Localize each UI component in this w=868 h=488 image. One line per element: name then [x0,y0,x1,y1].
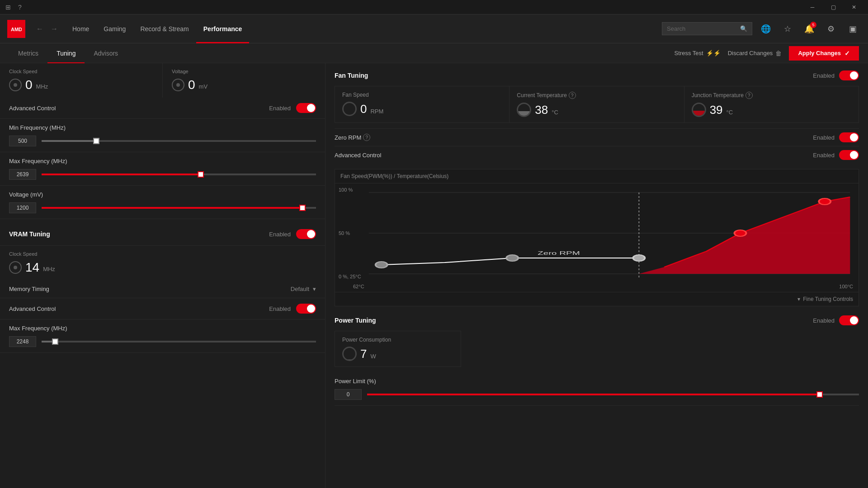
memory-timing-right[interactable]: Default ▾ [291,286,316,292]
nav-gaming[interactable]: Gaming [96,14,133,43]
notification-badge: 5 [810,22,816,28]
vram-status: Enabled [269,231,291,238]
fan-chart-svg: Zero RPM [335,183,859,292]
search-input[interactable] [667,25,737,32]
chart-area[interactable]: 100 % 50 % 0 %, 25°C [335,183,859,292]
power-limit-slider[interactable] [367,390,859,399]
gpu-voltage-display: 0 mV [172,78,316,92]
fan-speed-unit: RPM [370,108,383,116]
forward-button[interactable]: → [47,23,61,35]
power-unit: W [370,353,376,361]
vram-advanced-right: Enabled [269,304,316,314]
max-freq-value[interactable]: 2639 [9,169,36,180]
back-button[interactable]: ← [33,23,47,35]
advanced-control-label: Advanced Control [9,105,56,112]
power-value-row: 7 W [342,347,453,361]
settings-icon[interactable]: ⚙ [823,21,839,37]
advanced-control-status: Enabled [269,105,291,112]
stress-test-button[interactable]: Stress Test ⚡⚡ [675,50,721,56]
voltage-slider-row: 1200 [9,202,316,213]
current-temp-gauge [517,103,531,117]
min-freq-slider[interactable] [42,136,316,145]
notifications-icon[interactable]: 🔔 5 [801,21,817,37]
power-tuning-toggle[interactable] [839,315,859,325]
fan-speed-metric: Fan Speed 0 RPM [335,86,509,122]
vram-advanced-toggle[interactable] [296,304,316,314]
chart-y-bot: 0 %, 25°C [339,274,361,279]
fan-speed-value: 0 [360,102,367,116]
title-bar-system-icons: ⊞ ? [0,4,22,11]
vram-clock-dial [9,261,22,274]
profile-icon[interactable]: ▣ [844,21,861,37]
memory-timing-value: Default [291,286,309,292]
max-freq-section: Max Frequency (MHz) 2639 [0,152,325,186]
maximize-button[interactable]: ▢ [823,0,844,14]
zero-rpm-status: Enabled [813,134,835,141]
vram-advanced-status: Enabled [269,305,291,312]
sub-nav-tabs: Metrics Tuning Advisors [9,43,127,63]
voltage-slider-value[interactable]: 1200 [9,202,36,213]
system-icon-1: ⊞ [5,4,11,11]
apply-button[interactable]: Apply Changes ✓ [789,46,859,61]
voltage-slider-section: Voltage (mV) 1200 [0,186,325,219]
power-limit-value[interactable]: 0 [335,389,362,400]
current-temp-unit: °C [552,109,558,117]
vram-clock-display: 14 MHz [9,260,316,275]
fan-speed-label: Fan Speed [342,92,502,98]
fine-tuning-button[interactable]: ▾ Fine Tuning Controls [335,292,859,306]
header-right: 🔍 🌐 ☆ 🔔 5 ⚙ ▣ [662,21,861,37]
min-freq-value[interactable]: 500 [9,136,36,146]
fan-advanced-toggle[interactable] [839,150,859,160]
advanced-control-toggle[interactable] [296,103,316,113]
vram-max-freq-value[interactable]: 2248 [9,336,36,347]
nav-record[interactable]: Record & Stream [133,14,196,43]
nav-home[interactable]: Home [65,14,96,43]
current-temp-metric: Current Temperature ? 38 °C [509,86,684,122]
close-button[interactable]: ✕ [844,0,864,14]
title-bar: ⊞ ? ─ ▢ ✕ [0,0,868,14]
junction-temp-info-icon[interactable]: ? [745,92,753,99]
svg-text:Zero RPM: Zero RPM [538,250,580,256]
minimize-button[interactable]: ─ [802,0,823,14]
power-metrics: Power Consumption 7 W [335,331,461,367]
power-limit-label: Power Limit (%) [335,378,859,385]
vram-toggle[interactable] [296,229,316,239]
tab-tuning[interactable]: Tuning [47,43,85,63]
search-box[interactable]: 🔍 [662,22,752,35]
favorites-icon[interactable]: ☆ [779,21,796,37]
voltage-slider[interactable] [42,203,316,212]
power-tuning-header: Power Tuning Enabled [335,315,859,325]
zero-rpm-toggle[interactable] [839,132,859,142]
search-icon: 🔍 [740,25,747,32]
vram-max-freq-slider[interactable] [42,337,316,346]
junction-temp-value: 39 [710,103,723,117]
max-freq-slider[interactable] [42,170,316,179]
discard-button[interactable]: Discard Changes 🗑 [728,50,782,57]
zero-rpm-label: Zero RPM ? [335,134,370,141]
max-freq-label: Max Frequency (MHz) [9,158,316,164]
language-icon[interactable]: 🌐 [758,21,774,37]
current-temp-info-icon[interactable]: ? [569,92,576,99]
tab-advisors[interactable]: Advisors [85,43,127,63]
system-icon-2: ? [18,4,22,11]
tab-metrics[interactable]: Metrics [9,43,47,63]
zero-rpm-info-icon[interactable]: ? [363,134,370,141]
vram-advanced-label: Advanced Control [9,305,56,312]
power-tuning-section: Power Tuning Enabled Power Consumption 7… [335,315,859,406]
memory-timing-label: Memory Timing [9,286,49,292]
chart-title: Fan Speed(PWM(%)) / Temperature(Celsius) [335,169,859,183]
sub-nav-right: Stress Test ⚡⚡ Discard Changes 🗑 Apply C… [675,46,859,61]
gpu-clock-unit: MHz [36,83,48,90]
svg-text:AMD: AMD [11,27,22,32]
stress-test-label: Stress Test [675,50,703,56]
nav-performance[interactable]: Performance [196,14,250,43]
junction-temp-gauge [692,103,706,117]
power-value: 7 [360,347,367,361]
chart-y-mid: 50 % [339,230,361,236]
advanced-control-right: Enabled [269,103,316,113]
fan-tuning-toggle[interactable] [839,70,859,80]
gpu-clock-label: Clock Speed [9,69,153,74]
fan-tuning-title: Fan Tuning [335,72,368,79]
fan-tuning-header: Fan Tuning Enabled [335,70,859,80]
fan-advanced-status: Enabled [813,152,835,159]
